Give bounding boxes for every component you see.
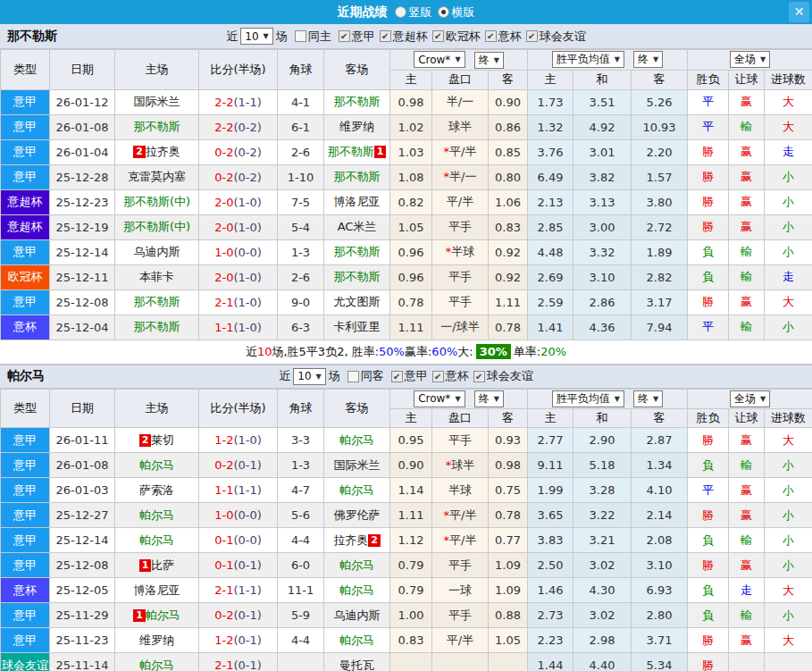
match-row: 意杯25-12-04那不勒斯1-1(1-0)6-3卡利亚里1.11一/球半0.7…	[1, 315, 812, 340]
score-cell: 1-0(0-0)	[199, 503, 278, 528]
asian-away-odds-cell: 0.92	[489, 239, 528, 264]
away-team-name: 那不勒斯	[334, 270, 381, 283]
league-filter-checkbox[interactable]: ✔意杯	[485, 29, 522, 45]
corner-cell: 4-7	[278, 478, 324, 503]
asian-home-odds-cell: 1.11	[390, 315, 432, 340]
asian-home-odds-cell: 1.12	[390, 528, 432, 553]
away-team-cell: 卡利亚里	[324, 315, 390, 340]
home-team-cell: 那不勒斯	[115, 315, 199, 340]
result-goals-cell: 小	[765, 214, 812, 239]
final-euro-select[interactable]: 终▼	[633, 390, 663, 407]
horizontal-layout-radio[interactable]	[438, 6, 449, 18]
fulltime-value: 全场	[734, 391, 756, 407]
fulltime-score: 2-1	[214, 296, 233, 309]
match-row: 意甲25-11-23维罗纳1-2(0-1)4-4帕尔马0.83平/半1.052.…	[1, 628, 812, 653]
result-handicap-cell: 赢	[729, 428, 765, 453]
handicap-cell: 半/一	[432, 89, 489, 114]
fulltime-select[interactable]: 全场▼	[730, 390, 770, 407]
corner-cell: 2-6	[278, 139, 324, 164]
halftime-score: (0-1)	[233, 608, 261, 622]
same-home-checkbox[interactable]: 同主	[295, 29, 331, 45]
score-cell: 1-2(0-1)	[199, 628, 278, 653]
result-handicap-cell: 輸	[729, 453, 765, 478]
result-goals-cell: 大	[765, 428, 812, 453]
layout-radio-group: 竖版 横版	[389, 4, 475, 21]
match-row: 意甲25-11-291帕尔马0-2(0-1)5-9乌迪内斯1.00平手0.882…	[1, 603, 812, 628]
euro-odds-select[interactable]: 胜平负均值▼	[552, 51, 624, 68]
euro-home-odds-cell: 9.11	[528, 453, 573, 478]
date-cell: 26-01-08	[50, 114, 115, 139]
fulltime-group: 全场▼	[688, 389, 812, 409]
odds-company-select[interactable]: Crow*▼	[414, 390, 465, 407]
result-wdl-cell: 勝	[688, 289, 729, 315]
league-type-cell: 意甲	[1, 603, 50, 628]
euro-away-odds-cell: 1.89	[632, 239, 688, 264]
horizontal-layout-label[interactable]: 横版	[452, 4, 475, 21]
euro-home-odds-cell: 1.73	[528, 89, 573, 114]
euro-odds-select[interactable]: 胜平负均值▼	[552, 390, 624, 407]
home-team-name: 那不勒斯	[134, 295, 180, 308]
vertical-layout-radio[interactable]	[395, 6, 406, 18]
result-handicap-cell: 赢	[729, 553, 765, 578]
close-icon[interactable]: ✕	[789, 2, 809, 22]
result-goals-cell: 小	[765, 453, 812, 478]
games-label: 场	[329, 368, 340, 384]
final-odds-select[interactable]: 终▼	[474, 52, 504, 69]
home-team-name: 国际米兰	[134, 95, 180, 108]
league-type-cell: 意甲	[1, 239, 50, 264]
league-type-cell: 意甲	[1, 553, 50, 578]
fulltime-select[interactable]: 全场▼	[730, 51, 770, 68]
away-team-name: 曼托瓦	[339, 658, 374, 671]
league-filter-checkbox[interactable]: ✔意超杯	[380, 29, 428, 45]
chevron-down-icon: ▼	[494, 56, 499, 64]
date-cell: 26-01-03	[50, 478, 115, 503]
result-goals-cell: 小	[765, 239, 812, 264]
rank-badge: 2	[368, 534, 381, 547]
asian-home-odds-cell: 1.02	[390, 114, 432, 139]
fulltime-score: 0-1	[214, 533, 233, 547]
match-count-value: 10	[245, 30, 258, 43]
corner-cell: 4-4	[278, 528, 324, 553]
halftime-score: (1-0)	[233, 296, 261, 309]
corner-cell: 6-1	[278, 114, 324, 139]
away-team-cell: 博洛尼亚	[324, 189, 390, 214]
asian-away-odds-cell: 1.09	[489, 553, 528, 578]
away-team-cell: 那不勒斯	[324, 164, 390, 189]
same-away-checkbox[interactable]: 同客	[347, 368, 384, 384]
date-cell: 25-12-23	[50, 189, 115, 214]
match-table: 类型 日期 主场 比分(半场) 角球 客场 Crow*▼ 终▼ 胜平负均值▼ 终…	[0, 49, 812, 340]
halftime-score: (1-1)	[233, 583, 261, 597]
euro-away-odds-cell: 2.20	[632, 139, 688, 164]
final-euro-select[interactable]: 终▼	[633, 51, 663, 68]
asian-away-odds-cell: 1.06	[489, 189, 528, 214]
vertical-layout-label[interactable]: 竖版	[409, 4, 432, 21]
final-odds-select[interactable]: 终▼	[474, 390, 504, 407]
away-team-name: 帕尔马	[339, 583, 374, 597]
handicap-cell: *平/半	[432, 503, 489, 528]
fulltime-score: 2-0	[214, 271, 233, 284]
corner-cell: 6-0	[278, 553, 324, 578]
match-count-select[interactable]: 10▼	[240, 28, 272, 45]
asian-away-odds-cell: 0.93	[489, 428, 528, 453]
euro-draw-odds-cell: 4.92	[573, 114, 632, 139]
league-filter-checkbox[interactable]: ✔欧冠杯	[432, 29, 481, 45]
home-team-name: 克雷莫内塞	[128, 170, 186, 183]
euro-away-odds-cell: 2.80	[632, 603, 688, 628]
asian-away-odds-cell: 1.11	[489, 289, 528, 315]
result-handicap-cell: 輸	[729, 264, 765, 289]
score-cell: 2-0(1-0)	[199, 264, 278, 289]
corner-cell: 11-1	[278, 578, 324, 603]
handicap-cell: 平手	[432, 603, 489, 628]
league-type-cell: 意甲	[1, 164, 50, 189]
odds-company-select[interactable]: Crow*▼	[414, 51, 465, 68]
league-filter-checkbox[interactable]: ✔意杯	[432, 368, 469, 384]
home-team-cell: 帕尔马	[115, 503, 199, 528]
league-filter-checkbox[interactable]: ✔球会友谊	[473, 368, 533, 384]
fulltime-score: 2-0	[214, 196, 233, 209]
match-count-select[interactable]: 10▼	[293, 368, 325, 385]
near-label: 近	[226, 29, 238, 45]
asian-home-odds-cell: 1.00	[390, 603, 432, 628]
league-filter-checkbox[interactable]: ✔意甲	[339, 29, 375, 45]
league-filter-checkbox[interactable]: ✔球会友谊	[526, 29, 586, 45]
league-filter-checkbox[interactable]: ✔意甲	[391, 368, 428, 384]
